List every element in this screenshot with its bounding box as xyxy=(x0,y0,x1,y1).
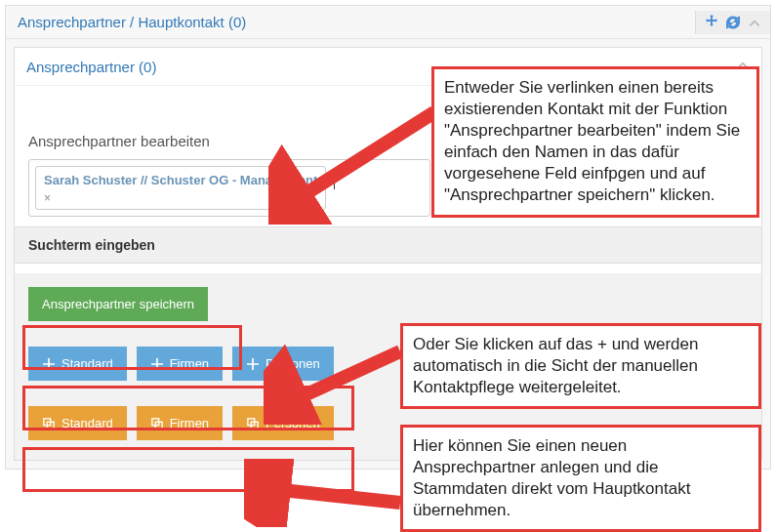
tag-remove-icon[interactable]: × xyxy=(44,191,317,205)
collapse-icon[interactable] xyxy=(747,15,762,30)
contact-tag-input[interactable]: Sarah Schuster // Schuster OG - Manageme… xyxy=(28,159,430,217)
contact-tag-text: Sarah Schuster // Schuster OG - Manageme… xyxy=(44,173,317,187)
searchterm-row[interactable]: Suchterm eingeben xyxy=(15,226,761,264)
contact-tag: Sarah Schuster // Schuster OG - Manageme… xyxy=(35,166,326,210)
save-button-label: Ansprechpartner speichern xyxy=(42,297,194,311)
copy-icon xyxy=(246,417,260,430)
callout-1: Entweder Sie verlinken einen bereits exi… xyxy=(431,66,759,218)
copy-firmen-label: Firmen xyxy=(170,416,209,430)
plus-icon xyxy=(150,357,164,371)
callout-1-text: Entweder Sie verlinken einen bereits exi… xyxy=(444,78,740,204)
copy-icon xyxy=(42,417,56,430)
add-firmen-label: Firmen xyxy=(170,356,209,371)
copy-standard-label: Standard xyxy=(61,416,113,430)
add-standard-button[interactable]: Standard xyxy=(28,347,127,381)
copy-personen-button[interactable]: Personen xyxy=(232,406,334,440)
callout-2: Oder Sie klicken auf das + und werden au… xyxy=(400,323,761,409)
plus-icon xyxy=(42,357,56,371)
svg-line-8 xyxy=(264,488,400,503)
panel-header: Ansprechpartner / Hauptkontakt (0) xyxy=(6,6,770,39)
move-icon[interactable] xyxy=(704,15,719,30)
copy-standard-button[interactable]: Standard xyxy=(28,406,127,440)
text-cursor xyxy=(334,168,335,189)
plus-icon xyxy=(246,357,260,371)
callout-2-text: Oder Sie klicken auf das + und werden au… xyxy=(413,335,698,396)
copy-firmen-button[interactable]: Firmen xyxy=(137,406,223,440)
copy-personen-label: Personen xyxy=(265,416,320,430)
refresh-icon[interactable] xyxy=(725,15,741,30)
callout-3-text: Hier können Sie einen neuen Ansprechpart… xyxy=(413,436,690,519)
save-button[interactable]: Ansprechpartner speichern xyxy=(28,287,208,321)
sub-panel-title: Ansprechpartner (0) xyxy=(26,59,156,75)
panel-header-actions xyxy=(695,11,770,34)
callout-3: Hier können Sie einen neuen Ansprechpart… xyxy=(400,425,761,532)
add-standard-label: Standard xyxy=(61,356,113,371)
copy-icon xyxy=(150,417,164,430)
add-personen-label: Personen xyxy=(265,356,320,371)
add-firmen-button[interactable]: Firmen xyxy=(137,347,223,381)
panel-title: Ansprechpartner / Hauptkontakt (0) xyxy=(18,14,246,30)
add-personen-button[interactable]: Personen xyxy=(232,347,334,381)
